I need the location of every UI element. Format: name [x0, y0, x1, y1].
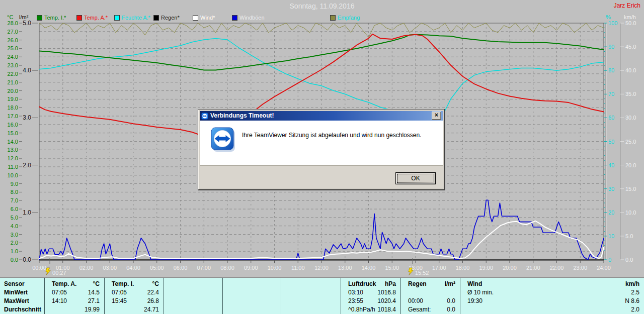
time-axis-label: 20:00 — [503, 265, 517, 271]
table-group-tempi: Temp. I.°C07:0522.415:4526.824.71 — [104, 278, 163, 314]
ok-button[interactable]: OK — [395, 172, 436, 184]
time-axis-label: 10:00 — [268, 265, 282, 271]
percent-axis-label: 100 — [608, 20, 617, 26]
table-cell: 03:10 — [345, 289, 363, 296]
temp-axis-label: 13.0 — [8, 147, 18, 153]
teamviewer-logo — [210, 127, 237, 156]
table-cell: Regen — [405, 280, 427, 287]
close-button[interactable]: × — [432, 112, 441, 120]
temp-axis-label: 23.0 — [8, 62, 18, 68]
temp-axis-label: 21.0 — [8, 79, 18, 85]
rain-axis-label: 1.0 — [23, 209, 31, 216]
temp-axis-label: 3.0 — [11, 232, 18, 238]
temp-axis-label: 17.0 — [8, 113, 18, 119]
table-cell: 14:10 — [49, 297, 67, 304]
temp-axis-label: 0.0 — [11, 257, 18, 263]
table-cell: 1016.8 — [377, 289, 396, 296]
temp-axis-label: 19.0 — [8, 96, 18, 102]
time-axis-label: 08:00 — [220, 265, 234, 271]
table-cell: Temp. I. — [109, 280, 134, 287]
lightning-icon — [46, 268, 50, 275]
dialog-body: Ihre TeamViewer Sitzung ist abgelaufen u… — [200, 121, 443, 165]
time-axis-label: 15:00 — [385, 265, 399, 271]
table-cell: 00:00 — [405, 297, 423, 304]
teamviewer-icon — [201, 113, 208, 120]
wind-axis-label: 10.0 — [625, 210, 636, 216]
wind-axis-label: 40.0 — [625, 67, 636, 73]
dialog-titlebar[interactable]: Verbindungs Timeout! × — [200, 111, 443, 121]
temp-axis-label: 11.0 — [8, 164, 18, 170]
time-axis-label: 12:00 — [314, 265, 329, 271]
table-row: 19:30N 8.6 — [460, 297, 643, 305]
rain-axis-label: 5.0 — [23, 20, 31, 27]
table-cell: km/h — [625, 280, 639, 287]
temp-axis-label: 16.0 — [8, 122, 18, 128]
temp-axis-label: 9.0 — [11, 181, 18, 187]
temp-axis-label: 15.0 — [8, 130, 18, 136]
table-row: 03:101016.8 — [341, 288, 400, 296]
timeout-dialog: Verbindungs Timeout! × Ihre TeamViewer S… — [198, 109, 445, 190]
time-axis-label: 06:00 — [174, 265, 188, 271]
time-axis-label: 22:00 — [550, 265, 564, 271]
table-cell: 1020.4 — [377, 297, 396, 304]
time-axis-label: 03:00 — [103, 265, 117, 271]
table-row: LuftdruckhPa — [341, 280, 400, 288]
table-cell: 1018.4 — [377, 306, 396, 313]
table-cell: Luftdruck — [345, 280, 376, 287]
temp-axis-label: 4.0 — [11, 223, 18, 229]
temp-axis-label: 6.0 — [11, 206, 18, 212]
time-axis-label: 00:00 — [32, 265, 46, 271]
table-row: 24.71 — [105, 305, 163, 313]
table-cell: N 8.6 — [625, 297, 639, 304]
table-cell: 14.5 — [88, 289, 100, 296]
table-cell: 0.0 — [447, 297, 455, 304]
time-axis-label: 24:00 — [597, 265, 611, 271]
table-cell: 15:45 — [109, 297, 127, 304]
table-cell: Gesamt: — [405, 306, 431, 313]
time-axis-label: 13:00 — [338, 265, 352, 271]
table-cell: °C — [152, 280, 159, 287]
percent-axis-label: 70 — [608, 91, 614, 97]
time-axis-label: 21:00 — [526, 265, 540, 271]
table-cell: 23:55 — [345, 297, 363, 304]
wind-axis-label: 30.0 — [625, 115, 636, 121]
percent-axis-label: 10 — [608, 233, 614, 239]
temp-axis-label: 8.0 — [11, 189, 18, 195]
table-row: 07:0522.4 — [105, 288, 163, 296]
table-group-regen: Regenl/m²00:000.0Gesamt:0.0 — [400, 278, 459, 314]
table-row: Gesamt:0.0 — [401, 305, 459, 313]
event-marker-label: 15:52 — [415, 270, 429, 276]
table-cell: Ø 10 min. — [464, 289, 494, 296]
time-axis-label: 02:00 — [79, 265, 94, 271]
time-axis-label: 11:00 — [291, 265, 305, 271]
table-cell: 19:30 — [464, 297, 482, 304]
wind-axis-label: 5.0 — [625, 233, 633, 239]
wind-axis-label: 50.0 — [625, 20, 636, 26]
table-row: Temp. I.°C — [105, 280, 163, 288]
table-row-label: MaxWert — [0, 297, 44, 305]
wind-axis-label: 45.0 — [625, 44, 636, 50]
percent-axis-label: 80 — [608, 67, 614, 73]
weather-app: Sonntag, 11.09.2016 Jarz Erich °C l/m² %… — [0, 0, 644, 314]
time-axis-label: 14:00 — [362, 265, 376, 271]
table-row: 14:1027.1 — [45, 297, 104, 305]
wind-axis-label: 35.0 — [625, 91, 636, 97]
event-marker — [46, 268, 50, 275]
summary-table: SensorMinWertMaxWertDurchschnittTemp. A.… — [0, 277, 644, 314]
time-axis-label: 05:00 — [150, 265, 164, 271]
time-axis-label: 18:00 — [456, 265, 470, 271]
rain-axis-label: 2.0 — [23, 162, 31, 169]
wind-axis-label: 20.0 — [625, 162, 636, 168]
table-cell: 19.99 — [85, 306, 100, 313]
table-row — [401, 288, 459, 296]
temp-axis-label: 25.0 — [8, 45, 18, 51]
table-cell: 2.0 — [631, 306, 639, 313]
table-group-wind: Windkm/hØ 10 min.2.519:30N 8.62.0 — [460, 278, 643, 314]
table-row: Temp. A.°C — [45, 280, 104, 288]
time-axis-label: 17:00 — [432, 265, 446, 271]
time-axis-label: 04:00 — [126, 265, 140, 271]
percent-axis-label: 60 — [608, 115, 614, 121]
table-row: Ø 10 min.2.5 — [460, 288, 643, 296]
table-cell: 0.0 — [447, 306, 455, 313]
temp-axis-label: 14.0 — [8, 139, 18, 145]
